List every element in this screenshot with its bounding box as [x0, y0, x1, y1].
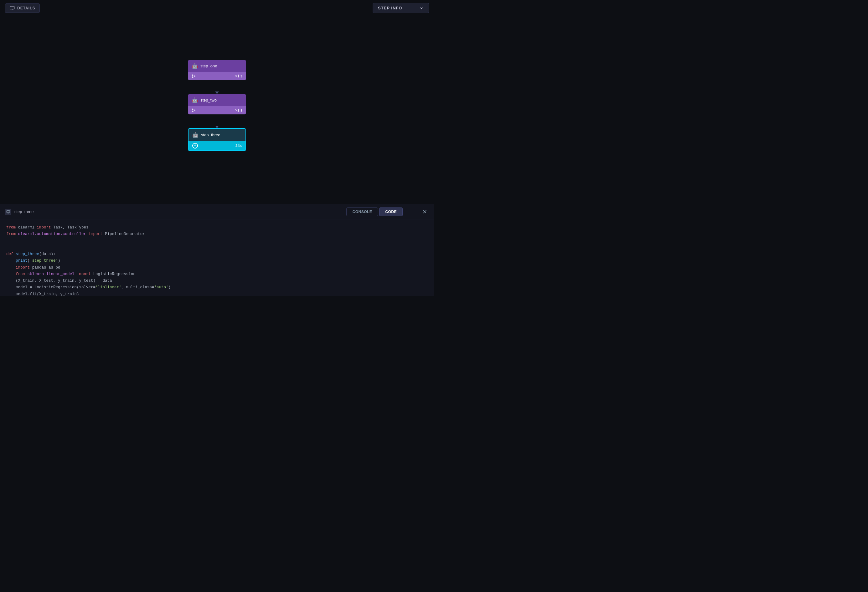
panel-title: step_three: [15, 209, 34, 214]
bottom-panel: step_three CONSOLE CODE ✕ from clearml i…: [0, 204, 434, 296]
panel-header: step_three CONSOLE CODE ✕: [0, 204, 434, 219]
code-line-blank2: [6, 244, 428, 251]
node-step-two[interactable]: 🤖 step_two >1 s: [188, 94, 246, 114]
connector-line: [217, 80, 217, 92]
node-step-one-header: 🤖 step_one: [188, 60, 246, 72]
chevron-down-icon: [419, 6, 424, 10]
step-two-time: >1 s: [235, 108, 242, 112]
tab-console[interactable]: CONSOLE: [346, 207, 378, 216]
connector-2-3: [215, 114, 219, 128]
step-two-label: step_two: [201, 98, 217, 102]
connector-line-2: [217, 114, 217, 126]
step-three-icon: 🤖: [192, 132, 199, 138]
step-three-time: 24s: [235, 144, 242, 148]
panel-icon: [5, 209, 11, 215]
node-step-one[interactable]: 🤖 step_one >1 s: [188, 60, 246, 80]
panel-title-area: step_three: [5, 209, 341, 215]
svg-point-1: [192, 74, 193, 76]
tab-code[interactable]: CODE: [379, 207, 403, 216]
node-step-three[interactable]: 🤖 step_three ✓ 24s: [188, 128, 246, 151]
svg-rect-7: [7, 210, 10, 213]
pipeline-canvas: 🤖 step_one >1 s 🤖: [0, 16, 434, 204]
code-line-8: from sklearn.linear_model import Logisti…: [6, 271, 428, 278]
code-line-7: import pandas as pd: [6, 265, 428, 271]
step-three-label: step_three: [201, 133, 220, 137]
top-bar: DETAILS STEP INFO: [0, 0, 434, 16]
svg-rect-0: [10, 6, 14, 9]
connector-arrow-2: [215, 126, 219, 128]
svg-point-2: [194, 75, 195, 77]
step-info-dropdown[interactable]: STEP INFO: [373, 3, 429, 13]
details-button[interactable]: DETAILS: [5, 3, 40, 13]
node-step-two-footer: >1 s: [188, 106, 246, 114]
code-line-1: from clearml import Task, TaskTypes: [6, 224, 428, 231]
step-one-label: step_one: [201, 64, 217, 68]
step-one-icon: 🤖: [192, 63, 198, 69]
check-circle-icon: ✓: [192, 143, 198, 148]
step-one-time: >1 s: [235, 74, 242, 78]
panel-tabs: CONSOLE CODE: [346, 207, 403, 216]
node-step-one-footer: >1 s: [188, 72, 246, 80]
svg-point-6: [192, 110, 193, 112]
code-line-2: from clearml.automation.controller impor…: [6, 231, 428, 238]
code-line-9: (X_train, X_test, y_train, y_test) = dat…: [6, 278, 428, 284]
code-line-11: model.fit(X_train, y_train): [6, 291, 428, 296]
step-info-label: STEP INFO: [378, 6, 402, 10]
code-line-10: model = LogisticRegression(solver='libli…: [6, 284, 428, 291]
parallel-icon-2: [192, 108, 197, 112]
node-step-three-footer: ✓ 24s: [189, 141, 245, 150]
connector-1-2: [215, 80, 219, 94]
svg-point-5: [194, 110, 195, 111]
pipeline-container: 🤖 step_one >1 s 🤖: [188, 60, 246, 151]
monitor-icon: [10, 6, 15, 11]
connector-arrow: [215, 92, 219, 94]
svg-point-4: [192, 108, 193, 110]
node-step-two-header: 🤖 step_two: [188, 94, 246, 106]
code-area: from clearml import Task, TaskTypes from…: [0, 219, 434, 296]
parallel-icon: [192, 74, 197, 78]
code-line-5: def step_three(data):: [6, 251, 428, 258]
close-button[interactable]: ✕: [420, 207, 429, 216]
svg-point-3: [192, 76, 193, 78]
step-two-icon: 🤖: [192, 97, 198, 103]
code-line-blank1: [6, 238, 428, 244]
code-line-6: print('step_three'): [6, 258, 428, 264]
details-label: DETAILS: [17, 6, 35, 10]
node-step-three-header: 🤖 step_three: [189, 129, 245, 141]
